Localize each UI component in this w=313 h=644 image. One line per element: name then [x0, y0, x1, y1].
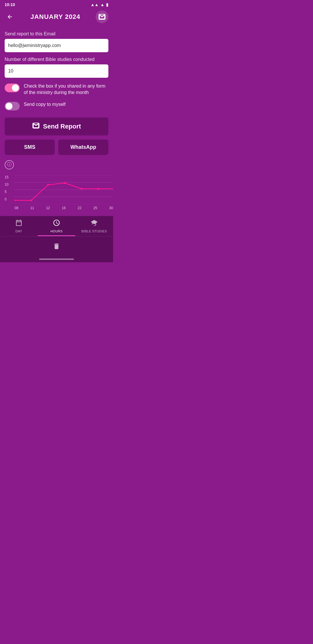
status-bar: 10:10 ▲▲ ▲ ▮	[0, 0, 113, 8]
bottom-toolbar	[0, 236, 113, 256]
svg-point-9	[81, 188, 83, 190]
email-section: Send report to this Email	[5, 31, 108, 52]
svg-point-6	[30, 199, 32, 201]
send-copy-toggle-thumb	[6, 103, 12, 110]
ministry-toggle-track[interactable]	[5, 84, 20, 92]
send-report-button[interactable]: Send Report	[5, 117, 108, 135]
email-input[interactable]	[5, 39, 108, 52]
send-copy-label: Send copy to myself	[24, 101, 65, 108]
email-label: Send report to this Email	[5, 31, 108, 37]
nav-item-bible-studies[interactable]: BIBLE STUDIES	[75, 216, 113, 236]
bible-studies-icon	[90, 219, 98, 228]
nav-label-bible-studies: BIBLE STUDIES	[81, 229, 107, 233]
chart-svg	[14, 175, 113, 204]
nav-item-day[interactable]: DAY	[0, 216, 38, 236]
svg-point-5	[14, 199, 15, 201]
bible-studies-section: Number of different Bible studies conduc…	[5, 57, 108, 78]
bible-studies-label: Number of different Bible studies conduc…	[5, 57, 108, 62]
status-icons: ▲▲ ▲ ▮	[90, 2, 108, 7]
svg-point-7	[47, 184, 49, 186]
y-label-15: 15	[5, 175, 8, 179]
wifi-icon: ▲	[100, 2, 104, 7]
nav-label-day: DAY	[15, 229, 22, 233]
bible-studies-input[interactable]	[5, 64, 108, 78]
header: JANUARY 2024	[0, 8, 113, 27]
nav-item-hours[interactable]: HOURS	[38, 216, 75, 236]
hours-icon	[53, 219, 60, 228]
page-title: JANUARY 2024	[30, 13, 80, 21]
y-label-10: 10	[5, 182, 8, 187]
info-icon[interactable]: ⓘ	[5, 160, 14, 169]
svg-point-10	[97, 188, 99, 190]
chart-y-labels: 15 10 5 0	[5, 175, 8, 201]
y-label-0: 0	[5, 197, 8, 201]
send-copy-toggle-row: Send copy to myself	[5, 101, 108, 111]
ministry-toggle[interactable]	[5, 84, 20, 92]
share-buttons-row: SMS WhatsApp	[5, 140, 108, 155]
home-indicator	[0, 256, 113, 262]
x-label-30: 30	[109, 206, 113, 210]
x-label-22: 22	[78, 206, 81, 210]
status-time: 10:10	[5, 2, 15, 7]
ministry-toggle-row: Check the box if you shared in any form …	[5, 83, 108, 96]
x-label-12: 12	[46, 206, 50, 210]
email-icon-button[interactable]	[96, 10, 108, 23]
sms-button[interactable]: SMS	[5, 140, 55, 155]
y-label-5: 5	[5, 190, 8, 194]
form-content: Send report to this Email Number of diff…	[0, 31, 113, 169]
day-icon	[15, 219, 23, 228]
x-label-08: 08	[14, 206, 18, 210]
send-report-email-icon	[32, 123, 40, 130]
ministry-toggle-label: Check the box if you shared in any form …	[24, 83, 108, 96]
chart-x-labels: 08 11 12 16 22 25 30	[14, 206, 113, 210]
info-row: ⓘ	[5, 160, 108, 169]
delete-button[interactable]	[50, 240, 63, 253]
battery-icon: ▮	[106, 2, 108, 7]
x-label-25: 25	[93, 206, 97, 210]
x-label-16: 16	[62, 206, 65, 210]
send-copy-toggle-track[interactable]	[5, 102, 20, 111]
x-label-11: 11	[30, 206, 34, 210]
svg-point-8	[64, 182, 66, 184]
home-bar	[39, 258, 74, 260]
send-copy-toggle[interactable]	[5, 102, 20, 111]
bottom-nav: DAY HOURS BIBLE STUDIES	[0, 216, 113, 236]
chart-area: 15 10 5 0 08 11 12 16 22 25 30	[0, 175, 113, 213]
nav-label-hours: HOURS	[50, 229, 63, 233]
send-report-label: Send Report	[43, 123, 81, 130]
whatsapp-button[interactable]: WhatsApp	[58, 140, 108, 155]
signal-icon: ▲▲	[90, 2, 99, 7]
back-button[interactable]	[5, 12, 15, 22]
ministry-toggle-thumb	[12, 84, 19, 91]
